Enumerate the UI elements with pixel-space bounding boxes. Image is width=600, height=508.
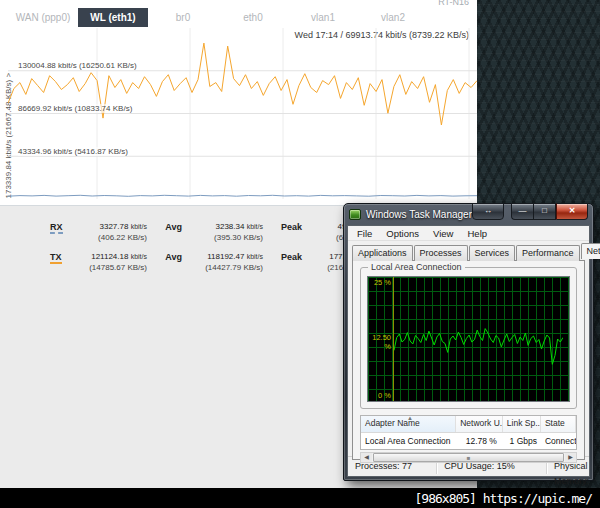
cell-state: Connected	[541, 433, 576, 449]
column-adapter-name[interactable]: Adapter Name▲	[361, 416, 456, 432]
tab-vlan1[interactable]: vlan1	[288, 8, 358, 27]
cell-network-utilization: 12.78 %	[456, 433, 503, 449]
column-network-utilization[interactable]: Network U...	[456, 416, 503, 432]
gridline-label-86669: 86669.92 kbit/s (10833.74 KB/s)	[18, 104, 132, 113]
gridline-label-130004: 130004.88 kbit/s (16250.61 KB/s)	[18, 61, 137, 70]
tab-networking[interactable]: Networking	[581, 243, 600, 259]
resize-arrows-button[interactable]: ↔	[472, 203, 504, 220]
maximize-button[interactable]: □	[533, 203, 556, 220]
ytick-0: 0 %	[368, 391, 391, 400]
adapter-table-header: Adapter Name▲ Network U... Link Sp... St…	[361, 416, 576, 433]
title-bar[interactable]: Windows Task Manager ↔ — □ ✕	[344, 204, 593, 224]
tab-services[interactable]: Services	[469, 245, 516, 261]
rx-avg-label: Avg	[152, 222, 182, 243]
rx-legend-label: RX	[50, 222, 63, 234]
close-button[interactable]: ✕	[556, 203, 588, 220]
menu-help[interactable]: Help	[460, 228, 494, 239]
task-manager-window: Windows Task Manager ↔ — □ ✕ File Option…	[343, 203, 594, 481]
tab-applications[interactable]: Applications	[352, 245, 413, 261]
column-link-speed[interactable]: Link Sp...	[503, 416, 541, 432]
bandwidth-line-chart	[8, 28, 477, 199]
scroll-right-arrow-icon[interactable]: ▶	[565, 453, 576, 462]
task-manager-icon	[349, 209, 361, 220]
tx-peak-label: Peak	[268, 252, 302, 273]
rx-peak-label: Peak	[268, 222, 302, 243]
interface-tabbar: WAN (ppp0) WL (eth1) br0 eth0 vlan1 vlan…	[8, 8, 428, 27]
tx-avg-label: Avg	[152, 252, 182, 273]
tx-current-cell: 121124.18 kbit/s(14785.67 KB/s)	[77, 252, 147, 273]
networking-tab-page: Local Area Connection 25 % 12.50 % 0 % A…	[352, 260, 585, 460]
upic-watermark: [986x805] https://upic.me/	[415, 491, 600, 506]
ytick-12-50: 12.50 %	[368, 333, 391, 351]
window-title: Windows Task Manager	[366, 209, 472, 220]
adapter-table: Adapter Name▲ Network U... Link Sp... St…	[360, 415, 577, 450]
watermark-bar: [986x805] https://upic.me/	[0, 488, 600, 508]
menu-file[interactable]: File	[350, 228, 379, 239]
client-area: File Options View Help Applications Proc…	[347, 225, 590, 477]
tab-wan-ppp0[interactable]: WAN (ppp0)	[8, 8, 78, 27]
groupbox-label: Local Area Connection	[368, 262, 465, 272]
tab-vlan2[interactable]: vlan2	[358, 8, 428, 27]
window-buttons: ↔ — □ ✕	[472, 204, 588, 224]
router-model-label: RT-N16	[438, 0, 469, 7]
rx-current-cell: 3327.78 kbit/s(406.22 KB/s)	[77, 222, 147, 243]
adapter-row[interactable]: Local Area Connection 12.78 % 1 Gbps Con…	[361, 433, 576, 449]
adapter-graph-groupbox: Local Area Connection 25 % 12.50 % 0 %	[360, 267, 577, 409]
utilization-line-chart	[394, 277, 563, 401]
tx-avg-cell: 118192.47 kbit/s(14427.79 KB/s)	[187, 252, 263, 273]
network-utilization-plot: 25 % 12.50 % 0 %	[367, 276, 570, 402]
rx-avg-cell: 3238.34 kbit/s(395.30 KB/s)	[187, 222, 263, 243]
scroll-left-arrow-icon[interactable]: ◀	[361, 453, 372, 462]
tx-legend-label: TX	[50, 252, 62, 264]
tab-wl-eth1[interactable]: WL (eth1)	[78, 8, 148, 27]
cell-adapter-name: Local Area Connection	[361, 433, 456, 449]
gridline-label-43334: 43334.96 kbit/s (5416.87 KB/s)	[18, 147, 128, 156]
cell-link-speed: 1 Gbps	[503, 433, 541, 449]
menu-bar: File Options View Help	[348, 226, 589, 241]
tab-strip: Applications Processes Services Performa…	[348, 241, 589, 261]
tab-eth0[interactable]: eth0	[218, 8, 288, 27]
menu-view[interactable]: View	[426, 228, 460, 239]
column-state[interactable]: State	[541, 416, 576, 432]
ytick-25: 25 %	[368, 278, 391, 287]
menu-options[interactable]: Options	[379, 228, 426, 239]
tab-processes[interactable]: Processes	[414, 245, 468, 261]
minimize-button[interactable]: —	[511, 203, 533, 220]
scrollbar-thumb[interactable]: ■	[373, 453, 564, 462]
sort-arrow-icon: ▲	[407, 416, 413, 421]
tab-performance[interactable]: Performance	[516, 245, 580, 261]
horizontal-scrollbar[interactable]: ◀ ■ ▶	[360, 452, 577, 463]
tab-br0[interactable]: br0	[148, 8, 218, 27]
